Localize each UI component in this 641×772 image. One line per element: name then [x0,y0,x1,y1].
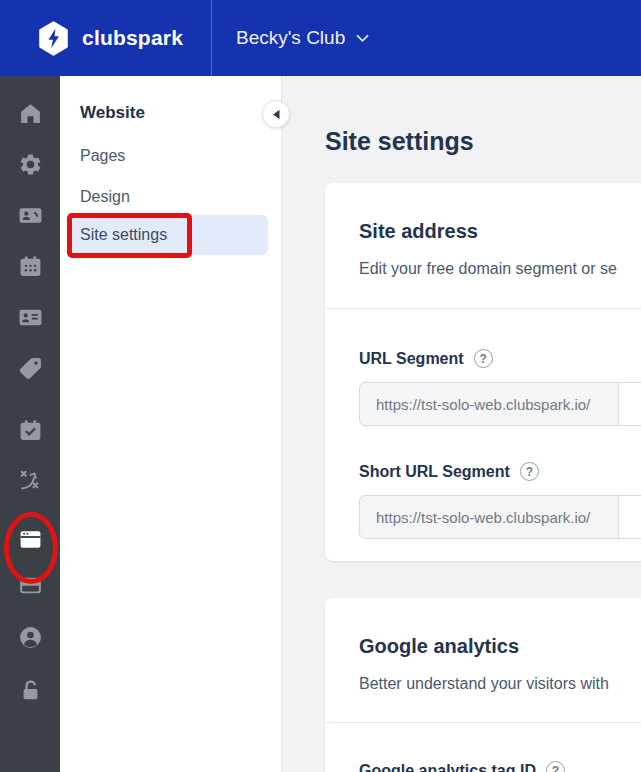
website-nav-sidebar: Website Pages Design Site settings [60,76,282,772]
user-icon[interactable] [16,623,44,651]
icon-rail-sidebar [0,76,60,772]
help-icon[interactable]: ? [520,462,539,481]
credit-card-icon[interactable] [16,571,44,599]
website-icon[interactable] [16,525,44,553]
club-selector-dropdown[interactable]: Becky's Club [236,0,369,76]
sidebar-collapse-button[interactable] [262,100,290,128]
top-header-bar: clubspark Becky's Club [0,0,641,76]
calendar-check-icon[interactable] [16,416,44,444]
short-url-segment-input-group: https://tst-solo-web.clubspark.io/ [359,495,641,539]
lock-icon[interactable] [16,676,44,704]
url-segment-input-group: https://tst-solo-web.clubspark.io/ [359,382,641,426]
card-body: URL Segment ? https://tst-solo-web.clubs… [325,309,641,561]
header-divider [211,0,212,76]
collapse-left-arrow-icon [272,109,281,120]
contacts-icon[interactable] [16,201,44,229]
clubspark-hexagon-bolt-icon [38,21,69,56]
body-row: Website Pages Design Site settings Site … [0,76,641,772]
tag-icon[interactable] [16,354,44,382]
url-segment-prefix: https://tst-solo-web.clubspark.io/ [359,382,619,426]
short-url-segment-label: Short URL Segment [359,463,510,481]
nav-item-design[interactable]: Design [68,177,268,217]
card-header: Google analytics Better understand your … [325,598,641,723]
url-segment-label: URL Segment [359,350,464,368]
card-header: Site address Edit your free domain segme… [325,183,641,309]
tactics-icon[interactable] [16,465,44,493]
nav-item-pages[interactable]: Pages [68,136,268,176]
nav-item-site-settings[interactable]: Site settings [68,215,268,255]
short-url-segment-prefix: https://tst-solo-web.clubspark.io/ [359,495,619,539]
site-address-card: Site address Edit your free domain segme… [325,183,641,561]
clubspark-logo[interactable]: clubspark [38,21,183,56]
chevron-down-icon [356,34,369,43]
google-analytics-tag-id-label: Google analytics tag ID [359,762,536,772]
card-title: Site address [359,219,641,243]
clubspark-admin-app: clubspark Becky's Club [0,0,641,772]
brand-wordmark: clubspark [82,26,183,50]
card-description: Edit your free domain segment or se [359,259,641,279]
card-description: Better understand your visitors with [359,674,641,694]
page-title: Site settings [325,126,641,156]
membership-card-icon[interactable] [16,303,44,331]
nav-item-label: Design [80,188,130,206]
main-content: Site settings Site address Edit your fre… [282,76,641,772]
calendar-icon[interactable] [16,252,44,280]
help-icon[interactable]: ? [474,349,493,368]
gear-icon[interactable] [16,150,44,178]
nav-item-label: Pages [80,147,125,165]
club-name: Becky's Club [236,27,345,49]
help-icon[interactable]: ? [546,761,565,772]
google-analytics-card: Google analytics Better understand your … [325,598,641,772]
card-title: Google analytics [359,634,641,658]
card-body: Google analytics tag ID ? [325,723,641,772]
home-icon[interactable] [16,99,44,127]
short-url-segment-input[interactable] [619,495,641,539]
nav-item-label: Site settings [80,226,167,244]
url-segment-input[interactable] [619,382,641,426]
nav-section-heading: Website [80,103,145,123]
